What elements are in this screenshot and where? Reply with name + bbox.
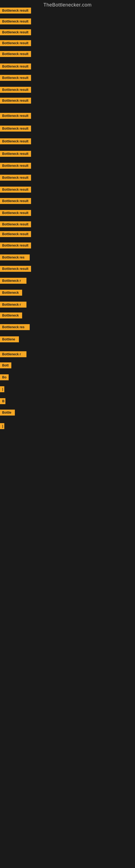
bottleneck-badge[interactable]: Bottleneck	[0, 312, 22, 318]
bottleneck-item: Bottleneck result	[0, 29, 31, 35]
bottleneck-item: Bottleneck	[0, 312, 22, 318]
bottleneck-item: Bottleneck result	[0, 231, 31, 237]
bottleneck-badge[interactable]: Bottleneck result	[0, 19, 31, 24]
bottleneck-item: Bottleneck result	[0, 266, 31, 272]
bottleneck-item: Bott	[0, 362, 11, 368]
bottleneck-badge[interactable]: Bottleneck result	[0, 75, 31, 81]
bottleneck-badge[interactable]: Bottle	[0, 410, 15, 415]
bottleneck-badge[interactable]: Bottleneck result	[0, 138, 31, 144]
bottleneck-item: Bottleneck result	[0, 198, 31, 204]
bottleneck-badge[interactable]: Bottleneck result	[0, 175, 31, 181]
bottleneck-badge[interactable]: Bottleneck result	[0, 187, 31, 193]
bottleneck-item: Bottleneck result	[0, 98, 31, 104]
bottleneck-badge[interactable]: Bottleneck r	[0, 351, 27, 357]
bottleneck-item: Bottleneck result	[0, 126, 31, 131]
bottleneck-badge[interactable]: Bottleneck result	[0, 29, 31, 35]
bottleneck-badge[interactable]: Bottleneck	[0, 290, 22, 296]
bottleneck-badge[interactable]: Bottleneck result	[0, 98, 31, 104]
bottleneck-item: Bottleneck result	[0, 243, 31, 248]
bottleneck-badge[interactable]: Bottleneck result	[0, 221, 31, 227]
bottleneck-badge[interactable]: Bottleneck result	[0, 113, 31, 119]
bottleneck-item: Bottleneck res	[0, 324, 30, 330]
bottleneck-badge[interactable]: Bottleneck result	[0, 126, 31, 131]
bottleneck-item: Bottleneck r	[0, 278, 27, 284]
bottleneck-item: Bottleneck result	[0, 151, 31, 157]
bottleneck-badge[interactable]: Bottleneck result	[0, 266, 31, 272]
bottleneck-item: Bottleneck r	[0, 351, 27, 357]
bottleneck-badge[interactable]: B	[0, 398, 5, 404]
bottleneck-item: Bottleneck r	[0, 302, 27, 308]
bottleneck-badge[interactable]: Bottleneck res	[0, 254, 30, 260]
bottleneck-item: Bottlene	[0, 336, 19, 342]
bottleneck-item: Bottleneck result	[0, 63, 31, 69]
bottleneck-badge[interactable]: Bottlene	[0, 336, 19, 342]
bottleneck-item: Bottleneck	[0, 290, 22, 296]
bottleneck-item: B	[0, 398, 5, 404]
bottleneck-item: Bottleneck result	[0, 19, 31, 24]
bottleneck-item: Bottleneck result	[0, 113, 31, 119]
bottleneck-badge[interactable]: Bottleneck res	[0, 324, 30, 330]
bottleneck-item: |	[0, 386, 4, 392]
bottleneck-badge[interactable]: Bottleneck result	[0, 210, 31, 216]
bottleneck-badge[interactable]: Bottleneck result	[0, 8, 31, 13]
bottleneck-item: Bottleneck result	[0, 138, 31, 144]
bottleneck-item: Bottleneck result	[0, 75, 31, 81]
bottleneck-badge[interactable]: Bottleneck r	[0, 302, 27, 308]
bottleneck-item: Bottleneck result	[0, 51, 31, 57]
bottleneck-badge[interactable]: Bottleneck result	[0, 198, 31, 204]
bottleneck-badge[interactable]: |	[0, 386, 4, 392]
bottleneck-badge[interactable]: Bottleneck result	[0, 231, 31, 237]
bottleneck-item: Bottleneck result	[0, 87, 31, 93]
bottleneck-badge[interactable]: Bottleneck result	[0, 163, 31, 169]
bottleneck-badge[interactable]: Bottleneck r	[0, 278, 27, 284]
bottleneck-item: Bottleneck result	[0, 175, 31, 181]
bottleneck-item: Bottle	[0, 410, 15, 415]
bottleneck-item: Bottleneck result	[0, 8, 31, 13]
bottleneck-item: Bottleneck result	[0, 210, 31, 216]
bottleneck-badge[interactable]: Bo	[0, 374, 9, 380]
bottleneck-badge[interactable]: Bottleneck result	[0, 243, 31, 248]
bottleneck-item: |	[0, 423, 4, 429]
bottleneck-badge[interactable]: Bottleneck result	[0, 87, 31, 93]
bottleneck-badge[interactable]: Bott	[0, 362, 11, 368]
bottleneck-item: Bottleneck result	[0, 163, 31, 169]
bottleneck-badge[interactable]: Bottleneck result	[0, 51, 31, 57]
bottleneck-item: Bo	[0, 374, 9, 380]
bottleneck-badge[interactable]: Bottleneck result	[0, 151, 31, 157]
bottleneck-badge[interactable]: Bottleneck result	[0, 63, 31, 69]
bottleneck-item: Bottleneck res	[0, 254, 30, 260]
bottleneck-item: Bottleneck result	[0, 40, 31, 46]
bottleneck-item: Bottleneck result	[0, 221, 31, 227]
bottleneck-badge[interactable]: Bottleneck result	[0, 40, 31, 46]
bottleneck-item: Bottleneck result	[0, 187, 31, 193]
bottleneck-badge[interactable]: |	[0, 423, 4, 429]
